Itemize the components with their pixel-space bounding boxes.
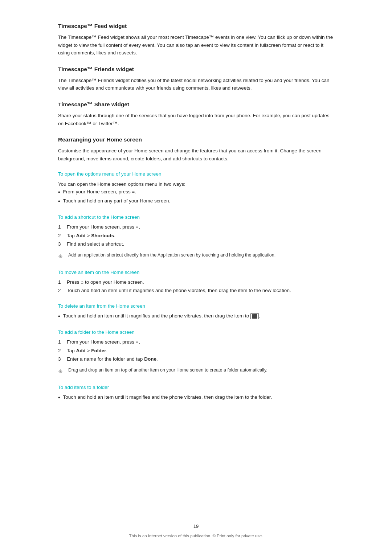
- subsection-move-item: To move an item on the Home screen 1 Pre…: [58, 269, 334, 295]
- list-text: Tap Add > Shortcuts.: [67, 232, 115, 240]
- menu-icon: ≡: [132, 188, 135, 196]
- list-text: Press ⌂ to open your Home screen.: [67, 279, 144, 286]
- list-item: Touch and hold on any part of your Home …: [58, 197, 334, 205]
- list-number: 1: [58, 223, 64, 231]
- subsection-add-folder: To add a folder to the Home screen 1 Fro…: [58, 329, 334, 376]
- bullet-text: Touch and hold an item until it magnifie…: [63, 394, 272, 402]
- bullet-list-delete-item: Touch and hold an item until it magnifie…: [58, 312, 334, 320]
- list-number: 1: [58, 338, 64, 346]
- list-text: From your Home screen, press ≡.: [67, 223, 140, 231]
- trash-icon: ⬛: [250, 313, 259, 319]
- subsection-title-add-items-folder: To add items to a folder: [58, 384, 334, 391]
- list-item: Touch and hold an item until it magnifie…: [58, 394, 334, 402]
- tip-icon: ✳: [58, 367, 65, 376]
- list-text: Find and select a shortcut.: [67, 241, 124, 248]
- list-item: 2 Tap Add > Shortcuts.: [58, 232, 334, 240]
- subsection-title-open-options: To open the options menu of your Home sc…: [58, 171, 334, 178]
- section-rearranging: Rearranging your Home screen Customise t…: [58, 135, 334, 163]
- menu-icon: ≡: [136, 223, 139, 231]
- section-timescape-feed: Timescape™ Feed widget The Timescape™ Fe…: [58, 22, 334, 57]
- section-body-timescape-feed: The Timescape™ Feed widget shows all you…: [58, 33, 334, 57]
- list-number: 2: [58, 347, 64, 355]
- list-item: 1 From your Home screen, press ≡.: [58, 223, 334, 231]
- section-body-rearranging: Customise the appearance of your Home sc…: [58, 147, 334, 163]
- tip-icon: ✳: [58, 252, 65, 260]
- list-text: Enter a name for the folder and tap Done…: [67, 356, 158, 363]
- list-number: 1: [58, 279, 64, 286]
- list-item: 1 From your Home screen, press ≡.: [58, 338, 334, 346]
- subsection-open-options: To open the options menu of your Home sc…: [58, 171, 334, 205]
- menu-icon: ≡: [136, 338, 139, 346]
- list-item: 3 Find and select a shortcut.: [58, 241, 334, 248]
- bullet-text: From your Home screen, press ≡.: [63, 188, 136, 196]
- subsection-title-delete-item: To delete an item from the Home screen: [58, 303, 334, 310]
- tip-text-add-shortcut: Add an application shortcut directly fro…: [68, 252, 334, 259]
- section-body-timescape-share: Share your status through one of the ser…: [58, 112, 334, 127]
- bullet-text: Touch and hold an item until it magnifie…: [63, 312, 260, 320]
- section-title-rearranging: Rearranging your Home screen: [58, 135, 334, 144]
- section-body-timescape-friends: The Timescape™ Friends widget notifies y…: [58, 77, 334, 92]
- list-item: 2 Touch and hold an item until it magnif…: [58, 287, 334, 295]
- list-number: 3: [58, 241, 64, 248]
- list-item: 2 Tap Add > Folder.: [58, 347, 334, 355]
- subsection-add-items-folder: To add items to a folder Touch and hold …: [58, 384, 334, 402]
- numbered-list-move-item: 1 Press ⌂ to open your Home screen. 2 To…: [58, 279, 334, 295]
- tip-text-add-folder: Drag and drop an item on top of another …: [68, 367, 334, 374]
- numbered-list-add-shortcut: 1 From your Home screen, press ≡. 2 Tap …: [58, 223, 334, 249]
- list-item: Touch and hold an item until it magnifie…: [58, 312, 334, 320]
- subsection-title-add-folder: To add a folder to the Home screen: [58, 329, 334, 336]
- list-number: 3: [58, 356, 64, 363]
- list-text: Tap Add > Folder.: [67, 347, 107, 355]
- list-item: From your Home screen, press ≡.: [58, 188, 334, 196]
- list-item: 3 Enter a name for the folder and tap Do…: [58, 356, 334, 363]
- home-icon: ⌂: [81, 279, 83, 286]
- list-number: 2: [58, 232, 64, 240]
- numbered-list-add-folder: 1 From your Home screen, press ≡. 2 Tap …: [58, 338, 334, 364]
- section-title-timescape-share: Timescape™ Share widget: [58, 100, 334, 109]
- section-timescape-friends: Timescape™ Friends widget The Timescape™…: [58, 65, 334, 92]
- subsection-add-shortcut: To add a shortcut to the Home screen 1 F…: [58, 214, 334, 261]
- page-footer: 19 This is an Internet version of this p…: [0, 523, 392, 539]
- list-item: 1 Press ⌂ to open your Home screen.: [58, 279, 334, 286]
- tip-box-add-shortcut: ✳ Add an application shortcut directly f…: [58, 252, 334, 260]
- page-number: 19: [0, 523, 392, 530]
- list-text: From your Home screen, press ≡.: [67, 338, 140, 346]
- section-title-timescape-friends: Timescape™ Friends widget: [58, 65, 334, 74]
- section-title-timescape-feed: Timescape™ Feed widget: [58, 22, 334, 30]
- bullet-list-open-options: From your Home screen, press ≡. Touch an…: [58, 188, 334, 206]
- tip-box-add-folder: ✳ Drag and drop an item on top of anothe…: [58, 367, 334, 376]
- subsection-intro-open-options: You can open the Home screen options men…: [58, 180, 334, 188]
- bullet-list-add-items-folder: Touch and hold an item until it magnifie…: [58, 394, 334, 402]
- subsection-title-move-item: To move an item on the Home screen: [58, 269, 334, 276]
- subsection-title-add-shortcut: To add a shortcut to the Home screen: [58, 214, 334, 221]
- list-text: Touch and hold an item until it magnifie…: [67, 287, 291, 295]
- section-timescape-share: Timescape™ Share widget Share your statu…: [58, 100, 334, 127]
- page: Timescape™ Feed widget The Timescape™ Fe…: [0, 0, 392, 554]
- bullet-text: Touch and hold on any part of your Home …: [63, 197, 171, 205]
- list-number: 2: [58, 287, 64, 295]
- subsection-delete-item: To delete an item from the Home screen T…: [58, 303, 334, 320]
- footer-text: This is an Internet version of this publ…: [0, 533, 392, 539]
